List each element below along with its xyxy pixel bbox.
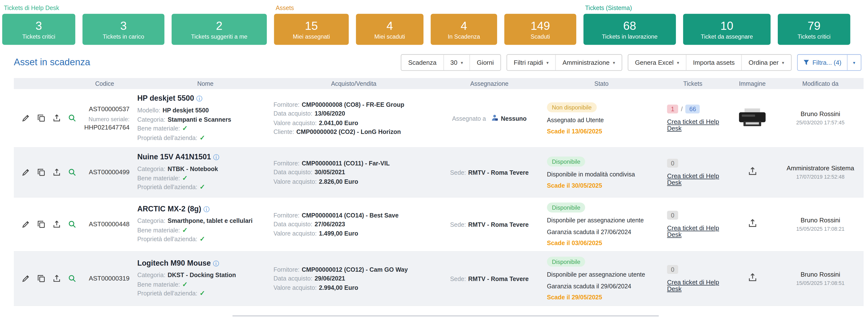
purchase-cell: Fornitore:CMP00000011 (CO11) - Far-VIL D…	[273, 159, 434, 186]
asset-name: Nuine 15V A41N1501	[137, 153, 211, 161]
supplier: CMP00000012 (CO12) - Cam GO Way	[302, 266, 408, 272]
upload-image-icon[interactable]	[748, 166, 757, 176]
info-icon[interactable]: ⓘ	[196, 95, 203, 102]
asset-name: ARCTIC MX-2 (8g)	[137, 205, 201, 213]
purchase-value: 2.826,00 Euro	[319, 178, 358, 185]
status-cell: Non disponibile Assegnato ad Utente Scad…	[545, 102, 658, 134]
copy-icon[interactable]	[37, 274, 45, 283]
status-line: Disponibile in modalità condivisa	[547, 170, 658, 178]
status-line: Disponibile per assegnazione utente	[547, 270, 658, 279]
stat-group-helpdesk-label: Tickets di Help Desk	[4, 4, 267, 11]
copy-icon[interactable]	[37, 168, 45, 176]
asset-name-cell: Nuine 15V A41N1501ⓘ Categoria:NTBK - Not…	[137, 153, 273, 192]
filtri-rapidi-dropdown[interactable]: Filtri rapidi ▾	[507, 55, 555, 70]
open-tickets-badge: 1	[667, 105, 678, 113]
supplier: CMP00000014 (CO14) - Best Save	[302, 212, 399, 219]
modified-by-cell: Bruno Rossini 15/05/2025 17:08:51	[777, 271, 864, 286]
kpi-card-scaduti[interactable]: 149 Scaduti	[504, 14, 576, 45]
kpi-card-miei-assegnati[interactable]: 15 Miei assegnati	[274, 14, 349, 45]
asset-code: AST00000319	[72, 274, 129, 283]
tickets-cell: 0 Crea ticket di Help Desk	[658, 265, 727, 292]
assignment-cell: Sede:RMTV - Roma Tevere	[434, 275, 545, 282]
kpi-card-tickets-suggeriti[interactable]: 2 Tickets suggeriti a me	[172, 14, 267, 45]
upload-image-icon[interactable]	[748, 273, 757, 282]
asset-code-cell: AST00000319	[72, 274, 137, 283]
create-ticket-link[interactable]: Crea ticket di Help Desk	[667, 172, 727, 186]
table-row: AST00000319 Logitech M90 Mouseⓘ Categori…	[14, 252, 864, 306]
purchase-cell: Fornitore:CMP00000008 (CO8) - FR-EE Grou…	[273, 100, 434, 136]
expiry-date: Scade il 03/06/2025	[547, 239, 658, 246]
kpi-label: Tickets in carico	[103, 33, 144, 40]
edit-icon[interactable]	[22, 114, 30, 122]
kpi-label: In Scadenza	[448, 33, 480, 40]
upload-image-icon[interactable]	[748, 219, 757, 228]
asset-name-cell: ARCTIC MX-2 (8g)ⓘ Categoria:Smarthpone, …	[137, 205, 273, 244]
create-ticket-link[interactable]: Crea ticket di Help Desk	[667, 225, 727, 238]
edit-icon[interactable]	[22, 274, 30, 283]
info-icon[interactable]: ⓘ	[213, 260, 219, 267]
check-icon: ✓	[199, 290, 205, 297]
purchase-date: 30/05/2021	[315, 169, 345, 175]
kpi-card-tickets-critici-sistema[interactable]: 79 Tickets critici	[778, 14, 850, 45]
create-ticket-link[interactable]: Crea ticket di Help Desk	[667, 119, 727, 132]
chevron-down-icon: ▾	[853, 60, 855, 65]
copy-icon[interactable]	[37, 114, 45, 122]
kpi-value: 79	[808, 19, 820, 32]
stat-group-helpdesk: Tickets di Help Desk 3 Tickets critici 3…	[2, 3, 267, 45]
assignment-cell: Sede:RMTV - Roma Tevere	[434, 169, 545, 176]
serial-value: HHP021647764	[84, 124, 129, 130]
status-badge: Disponibile	[547, 257, 585, 267]
kpi-value: 149	[531, 19, 550, 32]
export-icon[interactable]	[53, 274, 61, 283]
modified-by-name: Bruno Rossini	[777, 217, 864, 223]
scadenza-control: Scadenza 30 ▾ Giorni	[401, 54, 501, 71]
copy-icon[interactable]	[37, 220, 45, 228]
genera-excel-dropdown[interactable]: Genera Excel ▾	[628, 55, 686, 70]
info-icon[interactable]: ⓘ	[213, 154, 219, 161]
asset-name-cell: HP deskjet 5500ⓘ Modello:HP deskjet 5500…	[137, 94, 273, 142]
tickets-cell: 0 Crea ticket di Help Desk	[658, 211, 727, 238]
chevron-down-icon: ▾	[677, 60, 679, 65]
export-icon[interactable]	[53, 114, 61, 122]
chevron-down-icon: ▾	[613, 60, 615, 65]
edit-icon[interactable]	[22, 168, 30, 176]
kpi-card-tickets-lavorazione[interactable]: 68 Tickets in lavorazione	[583, 14, 676, 45]
filtra-chevron-button[interactable]: ▾	[847, 55, 861, 70]
export-icon[interactable]	[53, 220, 61, 228]
modified-at: 15/05/2025 17:08:51	[777, 280, 864, 286]
purchase-date: 29/06/2021	[315, 275, 345, 282]
kpi-label: Tickets suggeriti a me	[191, 33, 247, 40]
kpi-card-ticket-da-assegnare[interactable]: 10 Ticket da assegnare	[683, 14, 771, 45]
table-row: AST00000448 ARCTIC MX-2 (8g)ⓘ Categoria:…	[14, 197, 864, 252]
asset-image-printer[interactable]	[737, 119, 768, 128]
header-nome: Nome	[137, 80, 273, 87]
kpi-card-tickets-in-carico[interactable]: 3 Tickets in carico	[83, 14, 164, 45]
kpi-card-miei-scaduti[interactable]: 4 Miei scaduti	[356, 14, 424, 45]
importa-assets-button[interactable]: Importa assets	[686, 55, 741, 70]
stat-group-sistema-label: Tickets (Sistema)	[585, 4, 850, 11]
info-icon[interactable]: ⓘ	[204, 206, 210, 213]
edit-icon[interactable]	[22, 220, 30, 228]
table-row: AST00000499 Nuine 15V A41N1501ⓘ Categori…	[14, 148, 864, 197]
tickets-cell: 0 Crea ticket di Help Desk	[658, 159, 727, 186]
ordina-per-dropdown[interactable]: Ordina per ▾	[741, 55, 791, 70]
warranty-line: Garanzia scaduta il 27/06/2024	[547, 228, 658, 236]
kpi-value: 15	[305, 19, 318, 32]
chevron-down-icon: ▾	[461, 60, 463, 65]
scadenza-days-select[interactable]: 30 ▾	[443, 55, 469, 70]
user-icon	[491, 114, 498, 122]
chevron-down-icon: ▾	[547, 60, 549, 65]
dashboard-page: Tickets di Help Desk 3 Tickets critici 3…	[0, 0, 868, 325]
header-stato: Stato	[545, 80, 658, 87]
kpi-card-tickets-critici-helpdesk[interactable]: 3 Tickets critici	[2, 14, 75, 45]
tickets-cell: 1 / 66 Crea ticket di Help Desk	[658, 105, 727, 132]
kpi-card-in-scadenza[interactable]: 4 In Scadenza	[431, 14, 497, 45]
status-badge: Disponibile	[547, 156, 585, 166]
image-cell	[727, 219, 777, 230]
status-badge: Disponibile	[547, 202, 585, 213]
filtra-button[interactable]: Filtra... (4)	[798, 55, 847, 70]
kpi-value: 10	[720, 19, 733, 32]
export-icon[interactable]	[53, 168, 61, 176]
amministrazione-dropdown[interactable]: Amministrazione ▾	[555, 55, 622, 70]
create-ticket-link[interactable]: Crea ticket di Help Desk	[667, 279, 727, 292]
